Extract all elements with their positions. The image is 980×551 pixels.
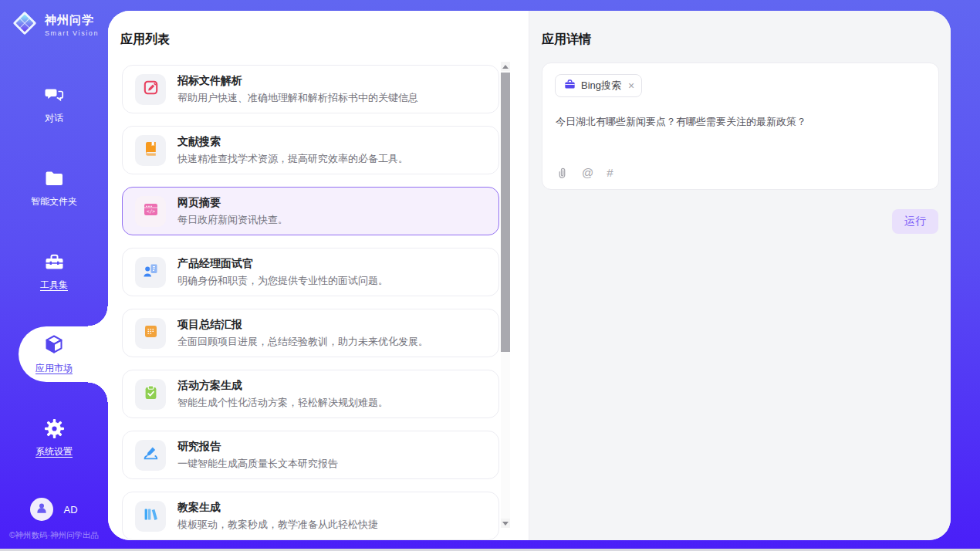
avatar — [30, 498, 53, 521]
brand-logo: 神州问学 Smart Vision — [10, 8, 99, 41]
tag-close-icon[interactable]: × — [628, 79, 634, 92]
app-card-icon-box — [135, 257, 166, 288]
app-card-list: 招标文件解析 帮助用户快速、准确地理解和解析招标书中的关键信息 文献搜索 快速精… — [122, 65, 499, 540]
brand-name: 神州问学 — [45, 13, 99, 28]
app-card-title: 产品经理面试官 — [177, 257, 388, 271]
app-card-pm-interviewer[interactable]: 产品经理面试官 明确身份和职责，为您提供专业性的面试问题。 — [122, 248, 499, 296]
app-list-scrollbar[interactable] — [501, 62, 510, 528]
svg-text:</>: </> — [146, 208, 154, 214]
sidebar-item-label: 应用市场 — [35, 362, 73, 375]
ink-icon — [143, 445, 159, 465]
sidebar-item-label: 工具集 — [40, 279, 68, 292]
tool-tag-bing-search[interactable]: Bing搜索 × — [555, 74, 642, 97]
sidebar-item-system-settings[interactable]: 系统设置 — [0, 410, 108, 465]
app-card-bid-document-analysis[interactable]: 招标文件解析 帮助用户快速、准确地理解和解析招标书中的关键信息 — [122, 65, 499, 113]
toolbox-icon — [44, 250, 65, 273]
app-card-icon-box — [135, 501, 166, 532]
scroll-down-button[interactable] — [501, 519, 510, 528]
sidebar: 神州问学 Smart Vision 对话 智能文件夹 — [0, 0, 108, 549]
sidebar-item-toolset[interactable]: 工具集 — [0, 243, 108, 299]
app-card-project-summary-report[interactable]: 项目总结汇报 全面回顾项目进展，总结经验教训，助力未来优化发展。 — [122, 309, 499, 357]
hashtag-icon[interactable]: # — [607, 166, 613, 179]
scrollbar-thumb[interactable] — [501, 73, 510, 352]
app-card-title: 招标文件解析 — [177, 74, 418, 88]
app-card-icon-box — [135, 135, 166, 166]
sidebar-item-label: 智能文件夹 — [31, 195, 77, 208]
scroll-up-button[interactable] — [501, 62, 510, 71]
app-list-panel: 应用列表 招标文件解析 帮助用户快速、准确地理解和解析招标书中的关键信息 — [108, 11, 529, 540]
app-detail-panel: 应用详情 Bing搜索 × 今日湖北有哪些新闻要点？有哪些需要关注的最新政策？ … — [529, 11, 951, 540]
app-card-icon-box — [135, 440, 166, 471]
prompt-input[interactable]: 今日湖北有哪些新闻要点？有哪些需要关注的最新政策？ — [556, 114, 926, 130]
copyright-footer: ©神州数码·神州问学出品 — [0, 530, 108, 541]
sidebar-item-chat[interactable]: 对话 — [0, 76, 108, 132]
triangle-down-icon — [502, 522, 509, 526]
app-card-description: 每日政府新闻资讯快查。 — [177, 213, 288, 227]
browser-code-icon: </> — [143, 201, 159, 221]
pen-square-icon — [143, 79, 159, 99]
app-card-icon-box — [135, 318, 166, 349]
app-card-description: 智能生成个性化活动方案，轻松解决规划难题。 — [177, 396, 388, 410]
app-card-description: 模板驱动，教案秒成，教学准备从此轻松快捷 — [177, 518, 378, 532]
app-card-icon-box — [135, 379, 166, 410]
cube-icon — [42, 333, 66, 357]
interviewer-icon — [143, 262, 159, 282]
triangle-up-icon — [502, 65, 509, 69]
app-card-description: 快速精准查找学术资源，提高研究效率的必备工具。 — [177, 152, 408, 166]
app-card-research-report[interactable]: 研究报告 一键智能生成高质量长文本研究报告 — [122, 431, 499, 479]
main-panel: 应用列表 招标文件解析 帮助用户快速、准确地理解和解析招标书中的关键信息 — [108, 11, 951, 540]
app-window: 神州问学 Smart Vision 对话 智能文件夹 — [0, 0, 980, 551]
app-card-activity-plan-generation[interactable]: 活动方案生成 智能生成个性化活动方案，轻松解决规划难题。 — [122, 370, 499, 418]
sidebar-item-app-market[interactable]: 应用市场 — [0, 326, 108, 382]
app-card-description: 帮助用户快速、准确地理解和解析招标书中的关键信息 — [177, 91, 418, 105]
app-card-title: 网页摘要 — [177, 196, 288, 210]
app-card-description: 一键智能生成高质量长文本研究报告 — [177, 457, 338, 471]
user-account[interactable]: AD — [0, 498, 108, 521]
book-icon — [143, 140, 159, 160]
chat-icon — [44, 83, 65, 106]
app-card-description: 全面回顾项目进展，总结经验教训，助力未来优化发展。 — [177, 335, 428, 349]
app-card-literature-search[interactable]: 文献搜索 快速精准查找学术资源，提高研究效率的必备工具。 — [122, 126, 499, 174]
sidebar-nav: 对话 智能文件夹 工具集 应用市场 — [0, 76, 108, 465]
app-card-icon-box: </> — [135, 196, 166, 227]
sidebar-item-label: 系统设置 — [35, 445, 73, 458]
app-card-description: 明确身份和职责，为您提供专业性的面试问题。 — [177, 274, 388, 288]
app-detail-title: 应用详情 — [542, 32, 591, 48]
app-list-title: 应用列表 — [120, 32, 170, 48]
person-icon — [35, 501, 49, 518]
gear-icon — [44, 417, 65, 440]
sidebar-item-smart-folders[interactable]: 智能文件夹 — [0, 160, 108, 215]
briefcase-icon — [564, 79, 576, 93]
sidebar-item-label: 对话 — [45, 112, 63, 125]
app-card-title: 教案生成 — [177, 501, 378, 515]
books-icon — [143, 506, 159, 526]
app-card-icon-box — [135, 74, 166, 105]
app-card-title: 研究报告 — [177, 440, 338, 454]
prompt-card: Bing搜索 × 今日湖北有哪些新闻要点？有哪些需要关注的最新政策？ @ # — [542, 63, 939, 190]
run-button[interactable]: 运行 — [892, 209, 938, 234]
tool-tag-label: Bing搜索 — [581, 79, 621, 93]
app-card-title: 项目总结汇报 — [177, 318, 428, 332]
attachment-toolbar: @ # — [556, 166, 613, 179]
app-card-web-summary[interactable]: </> 网页摘要 每日政府新闻资讯快查。 — [122, 187, 499, 235]
folder-icon — [44, 167, 65, 190]
clipboard-check-icon — [143, 384, 159, 404]
note-icon — [143, 323, 159, 343]
brand-subtitle: Smart Vision — [45, 29, 99, 37]
paperclip-icon[interactable] — [556, 166, 569, 179]
user-name: AD — [63, 504, 77, 516]
app-card-title: 文献搜索 — [177, 135, 408, 149]
app-card-title: 活动方案生成 — [177, 379, 388, 393]
diamond-logo-icon — [10, 8, 39, 41]
app-card-lesson-plan-generation[interactable]: 教案生成 模板驱动，教案秒成，教学准备从此轻松快捷 — [122, 492, 499, 540]
mention-icon[interactable]: @ — [582, 166, 593, 179]
